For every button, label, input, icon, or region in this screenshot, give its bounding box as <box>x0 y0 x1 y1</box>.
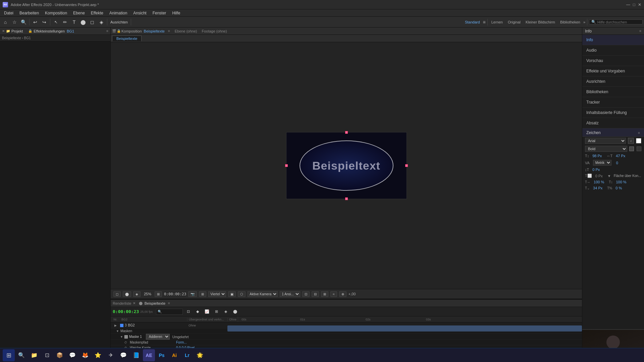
viewer-draft-btn[interactable]: ⬤ <box>123 291 131 297</box>
menu-fenster[interactable]: Fenster <box>150 10 169 16</box>
renderliste-tab[interactable]: Renderliste <box>113 301 131 305</box>
toolbar-brush[interactable]: ⬤ <box>79 18 87 26</box>
viewer-timecode[interactable]: 0:00:00:23 <box>164 292 186 296</box>
handle-right-center[interactable] <box>405 164 408 167</box>
viewer-tools1[interactable]: ⊡ <box>302 291 310 297</box>
renderliste-close[interactable]: ✕ <box>133 301 136 305</box>
right-item-vorschau[interactable]: Vorschau <box>582 56 644 66</box>
fill-over-value[interactable]: Fläche über Kon... <box>614 174 641 178</box>
maske1-name[interactable]: Maske 1 <box>129 335 142 339</box>
comp-name-tab[interactable]: Beispieltexte <box>143 29 166 33</box>
viewer-3d-btn[interactable]: ⬡ <box>238 291 246 297</box>
layer-bg2-name[interactable]: BG2 <box>128 323 135 327</box>
maske1-mode-select[interactable]: Addieren <box>146 334 170 340</box>
toolbar-shape[interactable]: ◻ <box>88 18 96 26</box>
taskbar-firefox[interactable]: 🦊 <box>79 349 91 361</box>
menu-ebene[interactable]: Ebene <box>70 10 88 16</box>
font-family-select[interactable]: Arial <box>585 138 626 144</box>
close-btn[interactable]: ✕ <box>638 2 641 7</box>
menu-effekte[interactable]: Effekte <box>88 10 106 16</box>
scale-h-value[interactable]: 100 % <box>594 180 604 184</box>
timeline-mask-btn[interactable]: ◈ <box>222 308 230 316</box>
layer-expand-icon[interactable]: ▶ <box>111 324 120 327</box>
help-search-input[interactable] <box>597 20 638 24</box>
taskbar-files[interactable]: 📁 <box>28 349 40 361</box>
taskbar-ai[interactable]: Ai <box>168 349 180 361</box>
kerning-select[interactable]: Metrik <box>593 160 611 166</box>
viewer-tools5[interactable]: ⊕ <box>339 291 346 297</box>
maximize-btn[interactable]: □ <box>633 2 635 7</box>
toolbar-redo[interactable]: ↪ <box>40 18 48 26</box>
font-color-swatch[interactable] <box>636 138 641 143</box>
taskbar-whatsapp[interactable]: 💬 <box>66 349 78 361</box>
viewer-zoom[interactable]: 25% <box>143 292 153 296</box>
right-item-ausrichten[interactable]: Ausrichten <box>582 76 644 87</box>
font-size-value[interactable]: 98 Px <box>592 154 602 158</box>
mask-path-stopwatch[interactable]: ⏱ <box>124 341 127 344</box>
handle-left-center[interactable] <box>285 164 288 167</box>
baseline-value[interactable]: 34 Px <box>593 186 602 190</box>
timeline-more-btn[interactable]: ⬤ <box>231 308 239 316</box>
workspace-standard[interactable]: Standard <box>463 20 482 24</box>
tracking-value[interactable]: 47 Px <box>616 154 625 158</box>
viewer-tools3[interactable]: ⊞ <box>321 291 328 297</box>
toolbar-home[interactable]: ⌂ <box>1 18 9 26</box>
font-style-select[interactable]: Bold <box>585 146 627 152</box>
right-item-zeichen-header[interactable]: Zeichen ≡ <box>582 128 644 137</box>
viewer-mask-btn[interactable]: ◈ <box>133 291 141 297</box>
stroke-color2[interactable] <box>637 146 641 151</box>
viewer-cam-btn[interactable]: 📷 <box>188 291 197 297</box>
toolbar-mask[interactable]: ◈ <box>97 18 105 26</box>
timeline-keyframe-btn[interactable]: ◆ <box>194 308 202 316</box>
beispieltexte-tab[interactable]: Beispieltexte <box>112 36 142 41</box>
menu-bearbeiten[interactable]: Bearbeiten <box>17 10 42 16</box>
viewer-view-btn[interactable]: ▣ <box>228 291 236 297</box>
viewer-view-select[interactable]: 1 Ansi... <box>280 291 300 297</box>
right-item-audio[interactable]: Audio <box>582 45 644 56</box>
timeline-search-input[interactable] <box>162 310 182 313</box>
viewer-quality-select[interactable]: Viertel <box>208 291 226 297</box>
right-panel-menu[interactable]: ≡ <box>639 29 641 33</box>
handle-bottom-center[interactable] <box>345 197 348 200</box>
workspace-kleiner[interactable]: Kleiner Bildschirm <box>524 20 557 24</box>
mask-path-value[interactable]: Form... <box>176 341 187 344</box>
comp-panel-menu[interactable]: ≡ <box>168 29 170 33</box>
taskbar-facebook[interactable]: 📘 <box>130 349 142 361</box>
effect-panel-menu[interactable]: ≡ <box>106 29 108 33</box>
handle-top-center[interactable] <box>345 131 348 134</box>
workspace-overflow[interactable]: » <box>583 20 585 24</box>
tsume-value[interactable]: 0 % <box>615 186 622 190</box>
viewer-zoom-btn[interactable]: ⊞ <box>155 291 162 297</box>
right-item-tracker[interactable]: Tracker <box>582 97 644 108</box>
right-item-effekte[interactable]: Effekte und Vorgaben <box>582 66 644 76</box>
taskbar-search[interactable]: 🔍 <box>15 349 28 361</box>
minimize-btn[interactable]: — <box>626 2 630 7</box>
workspace-original[interactable]: Original <box>506 20 523 24</box>
taskbar-lr[interactable]: Lr <box>181 349 193 361</box>
toolbar-new[interactable]: ☆ <box>10 18 18 26</box>
menu-datei[interactable]: Datei <box>1 10 16 16</box>
timeline-columns-btn[interactable]: ⊞ <box>212 308 220 316</box>
viewer-camera-select[interactable]: Aktive Kamera <box>248 291 278 297</box>
taskbar-star[interactable]: ⭐ <box>92 349 104 361</box>
timeline-graph-btn[interactable]: 📈 <box>203 308 211 316</box>
maske1-expand[interactable]: ▼ <box>120 335 123 339</box>
menu-animation[interactable]: Animation <box>107 10 130 16</box>
timeline-menu[interactable]: ≡ <box>168 301 170 305</box>
stroke-color1[interactable] <box>629 146 634 151</box>
menu-komposition[interactable]: Komposition <box>42 10 70 16</box>
workspace-bibliotheken[interactable]: Bibliotheken <box>558 20 582 24</box>
scale-v-value[interactable]: 100 % <box>616 180 626 184</box>
toolbar-undo[interactable]: ↩ <box>31 18 39 26</box>
kerning-value[interactable]: 0 <box>616 161 618 165</box>
masken-expand[interactable]: ▼ <box>116 329 119 333</box>
taskbar-messenger[interactable]: ✈ <box>105 349 117 361</box>
zeichen-menu[interactable]: ≡ <box>638 131 640 135</box>
menu-ansicht[interactable]: Ansicht <box>130 10 149 16</box>
toolbar-text[interactable]: T <box>70 18 78 26</box>
viewer-tools4[interactable]: ≈ <box>330 291 337 297</box>
right-item-info[interactable]: Info <box>582 35 644 45</box>
taskbar-start[interactable]: ⊞ <box>3 349 15 361</box>
workspace-lernen[interactable]: Lernen <box>489 20 505 24</box>
taskbar-fb-messenger[interactable]: 💬 <box>117 349 129 361</box>
